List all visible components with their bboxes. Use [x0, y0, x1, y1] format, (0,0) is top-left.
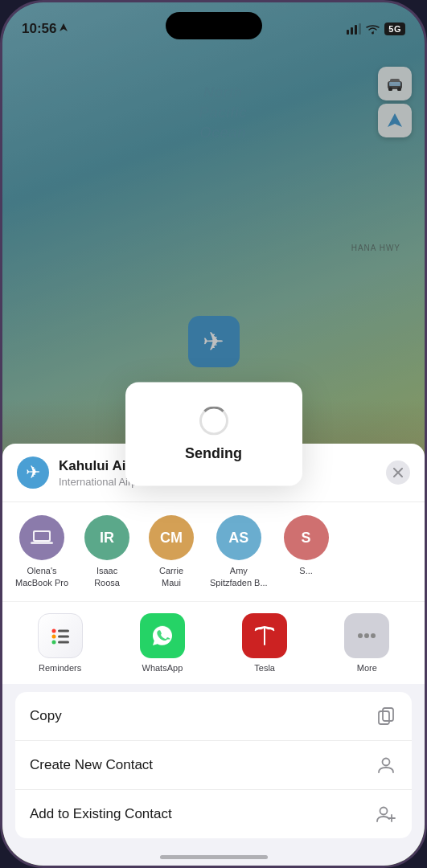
app-reminders[interactable]: Reminders	[38, 613, 83, 673]
svg-point-26	[371, 633, 376, 638]
share-person-amy[interactable]: AS AmySpitzfaden B...	[210, 515, 268, 588]
svg-point-18	[51, 635, 55, 639]
loading-spinner	[199, 407, 228, 436]
svg-rect-4	[359, 23, 361, 35]
svg-point-25	[364, 633, 369, 638]
app-icons-row: Reminders WhatsApp	[2, 601, 425, 684]
add-contact-icon	[375, 803, 397, 825]
copy-icon	[375, 705, 397, 727]
sending-overlay: Sending	[125, 383, 302, 486]
avatar-macbook	[19, 515, 64, 560]
share-person-s[interactable]: S S...	[281, 515, 332, 588]
share-person-macbook[interactable]: Olena'sMacBook Pro	[15, 515, 68, 588]
laptop-icon	[30, 528, 54, 547]
svg-rect-20	[58, 630, 69, 633]
share-person-carrie[interactable]: CM CarrieMaui	[146, 515, 197, 588]
home-indicator	[160, 855, 268, 859]
svg-rect-27	[383, 708, 393, 721]
tesla-icon	[242, 613, 287, 658]
share-person-s-label: S...	[299, 565, 313, 576]
add-contact-label: Add to Existing Contact	[30, 806, 172, 822]
close-icon	[393, 468, 403, 477]
app-tesla[interactable]: Tesla	[242, 613, 287, 673]
action-list: Copy Create New Contact	[15, 692, 412, 838]
copy-action[interactable]: Copy	[15, 692, 412, 741]
svg-rect-21	[58, 636, 69, 638]
svg-point-17	[51, 629, 55, 633]
share-person-isaac[interactable]: IR IsaacRoosa	[81, 515, 133, 588]
more-label: More	[357, 663, 377, 673]
share-person-macbook-label: Olena'sMacBook Pro	[15, 565, 68, 588]
share-row: Olena'sMacBook Pro IR IsaacRoosa CM Carr…	[2, 502, 425, 601]
avatar-s: S	[284, 515, 329, 560]
svg-rect-3	[355, 25, 357, 35]
more-icon	[344, 613, 389, 658]
tesla-label: Tesla	[254, 663, 275, 673]
time-text: 10:56	[22, 21, 56, 37]
avatar-carrie: CM	[149, 515, 194, 560]
tesla-svg	[250, 621, 279, 650]
close-button[interactable]	[386, 461, 410, 485]
share-person-amy-label: AmySpitzfaden B...	[210, 565, 268, 588]
location-icon-circle: ✈	[17, 457, 49, 489]
copy-label: Copy	[30, 708, 62, 724]
reminders-icon	[38, 613, 83, 658]
app-whatsapp[interactable]: WhatsApp	[140, 613, 185, 673]
svg-point-5	[372, 31, 374, 34]
create-contact-label: Create New Contact	[30, 757, 153, 773]
svg-point-24	[358, 633, 363, 638]
share-person-carrie-label: CarrieMaui	[159, 565, 183, 588]
person-plus-svg	[376, 805, 396, 823]
phone-frame: NorthPacificOcean HANA HWY MAUI-VER... 1…	[0, 0, 427, 868]
svg-point-30	[380, 808, 388, 815]
airport-icon: ✈	[26, 462, 40, 483]
avatar-isaac: IR	[84, 515, 129, 560]
svg-rect-15	[35, 532, 49, 540]
svg-rect-2	[351, 27, 353, 35]
more-svg	[352, 621, 381, 650]
dynamic-island	[166, 12, 262, 39]
svg-rect-16	[31, 542, 53, 544]
whatsapp-icon	[140, 613, 185, 658]
status-icons: 5G	[347, 23, 405, 35]
svg-point-19	[51, 641, 55, 645]
svg-rect-22	[58, 641, 69, 644]
whatsapp-svg	[148, 621, 177, 650]
whatsapp-label: WhatsApp	[142, 663, 183, 673]
reminders-label: Reminders	[39, 663, 81, 673]
add-contact-action[interactable]: Add to Existing Contact	[15, 790, 412, 838]
create-contact-icon	[375, 754, 397, 776]
status-time: 10:56	[22, 21, 68, 37]
create-contact-action[interactable]: Create New Contact	[15, 741, 412, 790]
person-icon	[377, 756, 395, 774]
wifi-icon	[366, 24, 380, 35]
signal-icon	[347, 23, 361, 35]
copy-svg	[377, 707, 395, 725]
network-badge: 5G	[384, 23, 405, 35]
avatar-amy: AS	[216, 515, 261, 560]
svg-point-29	[383, 759, 390, 766]
location-arrow-icon	[60, 23, 68, 35]
reminders-svg	[46, 621, 75, 650]
bottom-sheet: ✈ Kahului Airport International Airport …	[2, 444, 425, 866]
share-person-isaac-label: IsaacRoosa	[94, 565, 120, 588]
app-more[interactable]: More	[344, 613, 389, 673]
svg-marker-0	[60, 23, 68, 31]
sending-text: Sending	[185, 445, 242, 462]
svg-rect-28	[379, 711, 389, 724]
svg-rect-1	[347, 30, 349, 35]
